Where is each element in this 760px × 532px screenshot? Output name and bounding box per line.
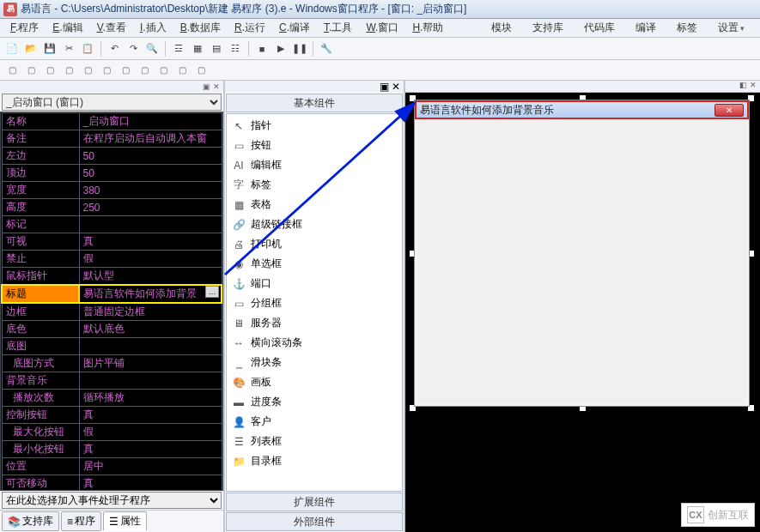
prop-key[interactable]: 左边 [2,148,79,165]
menu-program[interactable]: F.程序 [3,21,46,35]
preview-body[interactable] [417,121,746,403]
tab-property[interactable]: ☰属性 [103,511,147,531]
comp-close-icon[interactable]: ✕ [392,81,400,93]
tb-pause-icon[interactable]: ❚❚ [291,40,308,57]
menu-help[interactable]: H.帮助 [405,21,450,35]
prop-value[interactable]: 易语言软件如何添加背景… [79,285,222,303]
tb-copy-icon[interactable]: 📋 [79,40,96,57]
prop-value[interactable]: 380 [79,182,222,199]
prop-key[interactable]: 可视 [2,233,79,251]
tb-save-icon[interactable]: 💾 [41,40,58,57]
prop-key[interactable]: 播放次数 [2,390,79,407]
object-selector[interactable]: _启动窗口 (窗口) [2,94,222,111]
prop-key[interactable]: 宽度 [2,182,79,199]
component-item[interactable]: 📁目录框 [227,451,402,471]
tb-panel-icon[interactable]: ▤ [208,40,225,57]
al-left-icon[interactable]: ▢ [3,63,21,78]
prop-key[interactable]: 最大化按钮 [2,424,79,441]
tb-open-icon[interactable]: 📂 [22,40,40,57]
menu-r-module[interactable]: 模块 [484,21,519,35]
ellipsis-button[interactable]: … [205,286,219,298]
component-item[interactable]: ◉单选框 [227,254,402,274]
al-bottom-icon[interactable]: ▢ [98,63,115,78]
menu-r-support[interactable]: 支持库 [526,21,570,35]
component-item[interactable]: 👤客户 [227,412,402,432]
menu-r-compile[interactable]: 编译 [629,21,663,35]
prop-value[interactable]: 居中 [79,458,222,475]
property-grid[interactable]: 名称_启动窗口备注在程序启动后自动调入本窗左边50顶边50宽度380高度250标… [0,112,223,491]
preview-close-button[interactable]: ✕ [714,104,744,117]
prop-value[interactable]: 50 [79,148,222,165]
tb-cut-icon[interactable]: ✂ [60,40,77,57]
tb-grid-icon[interactable]: ▦ [189,40,206,57]
prop-value[interactable]: 默认型 [79,268,222,286]
prop-value[interactable]: 普通固定边框 [79,303,222,321]
prop-value[interactable] [79,216,222,233]
al-same-h-icon[interactable]: ▢ [173,63,191,78]
group-basic[interactable]: 基本组件 [226,94,403,112]
al-mid-icon[interactable]: ▢ [79,63,96,78]
prop-key[interactable]: 标记 [2,216,79,233]
prop-key[interactable]: 高度 [2,199,79,216]
al-top-icon[interactable]: ▢ [60,63,77,78]
tb-redo-icon[interactable]: ↷ [125,40,142,57]
prop-key[interactable]: 鼠标指针 [2,268,79,286]
component-item[interactable]: 🖥服务器 [227,313,402,333]
tb-list-icon[interactable]: ☷ [227,40,244,57]
component-item[interactable]: ↖指针 [227,116,402,136]
form-outline[interactable]: 易语言软件如何添加背景音乐 ✕ [412,98,751,408]
prop-value[interactable]: 真 [79,407,222,424]
component-item[interactable]: ⎯滑块条 [227,353,402,372]
comp-pin-icon[interactable]: ▣ [380,81,389,93]
component-item[interactable]: AI编辑框 [227,155,402,175]
prop-value[interactable]: 250 [79,199,222,216]
prop-value[interactable]: 在程序启动后自动调入本窗 [79,130,222,148]
tab-program[interactable]: ≡程序 [61,511,101,531]
event-selector[interactable]: 在此处选择加入事件处理子程序 [2,492,222,509]
tb-tree-icon[interactable]: ☲ [170,40,187,57]
menu-tools[interactable]: T.工具 [317,21,359,35]
prop-value[interactable]: 假 [79,424,222,441]
group-out[interactable]: 外部组件 [226,512,403,531]
menu-edit[interactable]: E.编辑 [46,21,89,35]
prop-key[interactable]: 标题 [2,285,79,303]
prop-key[interactable]: 底图方式 [2,355,79,372]
prop-key[interactable]: 可否移动 [2,475,79,492]
tab-support[interactable]: 📚支持库 [2,511,59,531]
panel-close-icon[interactable]: ✕ [213,82,220,91]
prop-key[interactable]: 名称 [2,113,79,130]
menu-window[interactable]: W.窗口 [359,21,405,35]
menu-insert[interactable]: I.插入 [133,21,173,35]
component-item[interactable]: ▬进度条 [227,392,402,412]
menu-r-settings[interactable]: 设置 [711,21,751,35]
al-dist-v-icon[interactable]: ▢ [136,63,153,78]
al-right-icon[interactable]: ▢ [41,63,58,78]
component-item[interactable]: ↔横向滚动条 [227,333,402,353]
prop-key[interactable]: 备注 [2,130,79,148]
al-same-w-icon[interactable]: ▢ [155,63,172,78]
design-close-icon[interactable]: ✕ [750,81,757,92]
prop-value[interactable] [79,338,222,355]
tb-stop-icon[interactable]: ■ [253,40,271,57]
menu-r-label[interactable]: 标签 [670,21,704,35]
prop-key[interactable]: 底色 [2,321,79,338]
menu-r-codelib[interactable]: 代码库 [577,21,622,35]
prop-key[interactable]: 边框 [2,303,79,321]
tb-debug-icon[interactable]: 🔧 [318,40,335,57]
prop-key[interactable]: 控制按钮 [2,407,79,424]
al-same-wh-icon[interactable]: ▢ [192,63,210,78]
prop-key[interactable]: 顶边 [2,165,79,182]
prop-key[interactable]: 禁止 [2,251,79,268]
prop-value[interactable]: 假 [79,251,222,268]
component-item[interactable]: 字标签 [227,175,402,195]
design-dock-icon[interactable]: ◧ [739,81,747,92]
preview-window[interactable]: 易语言软件如何添加背景音乐 ✕ [414,100,750,407]
component-item[interactable]: ⚓端口 [227,274,402,293]
component-item[interactable]: ▭分组框 [227,293,402,313]
prop-value[interactable] [79,372,222,390]
component-item[interactable]: ▭按钮 [227,136,402,155]
al-center-icon[interactable]: ▢ [22,63,40,78]
tb-undo-icon[interactable]: ↶ [106,40,123,57]
tb-run-icon[interactable]: ▶ [272,40,289,57]
tb-new-icon[interactable]: 📄 [3,40,21,57]
